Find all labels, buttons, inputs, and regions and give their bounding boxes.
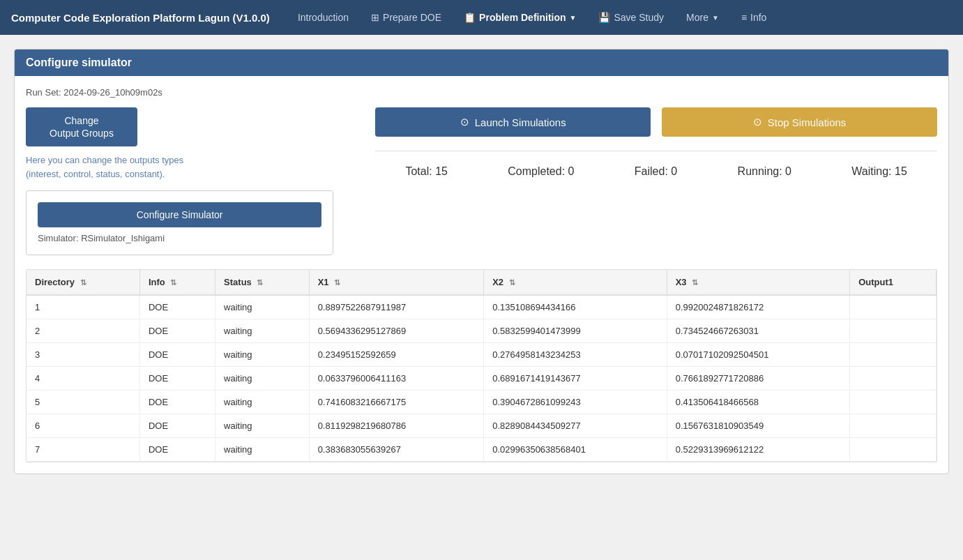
cell-info: DOE [139,391,215,414]
nav-introduction[interactable]: Introduction [289,8,357,27]
cell-x3: 0.413506418466568 [667,391,850,414]
col-x2-label: X2 [492,277,503,287]
cell-x1: 0.0633796006411163 [309,367,484,391]
cell-info: DOE [139,367,215,391]
total-stat: Total: 15 [405,165,448,178]
configure-btn-label: Configure Simulator [137,209,223,220]
more-label: More [686,12,708,23]
col-x1: X1 ⇅ [309,270,484,295]
cell-output1 [850,295,937,319]
failed-value: 0 [671,165,677,177]
save-study-icon: 💾 [598,12,610,23]
content-layout: Change Output Groups Here you can change… [26,107,937,255]
navbar: Computer Code Exploration Platform Lagun… [0,0,963,35]
cell-x2: 0.3904672861099243 [484,391,667,414]
sort-x2-icon[interactable]: ⇅ [509,278,515,287]
cell-directory[interactable]: 5 [26,391,139,414]
cell-status: waiting [215,367,310,391]
launch-label: Launch Simulations [475,116,566,128]
running-stat: Running: 0 [738,165,791,178]
cell-status: waiting [215,438,310,462]
col-info-label: Info [149,277,165,287]
table-header: Directory ⇅ Info ⇅ Status ⇅ [26,270,937,295]
cell-x3: 0.1567631810903549 [667,414,850,438]
table-wrapper[interactable]: Directory ⇅ Info ⇅ Status ⇅ [26,269,937,462]
completed-label: Completed: [508,165,565,177]
problem-def-icon: 📋 [464,12,476,23]
prepare-doe-label: Prepare DOE [383,12,441,23]
cell-x2: 0.02996350638568401 [484,438,667,462]
cell-x1: 0.8119298219680786 [309,414,484,438]
right-section: ⊙ Launch Simulations ⊙ Stop Simulations … [375,107,937,183]
change-output-groups-button[interactable]: Change Output Groups [26,107,137,146]
table-row: 1DOEwaiting0.88975226879119870.135108694… [26,295,937,319]
total-label: Total: [405,165,432,177]
failed-label: Failed: [635,165,668,177]
waiting-stat: Waiting: 15 [851,165,907,178]
cell-output1 [850,343,937,367]
col-directory-label: Directory [35,277,75,287]
running-label: Running: [738,165,782,177]
cell-x3: 0.9920024871826172 [667,295,850,319]
cell-info: DOE [139,414,215,438]
nav-save-study[interactable]: 💾 Save Study [590,8,672,27]
cell-directory[interactable]: 4 [26,367,139,391]
table-section: Directory ⇅ Info ⇅ Status ⇅ [26,269,937,462]
nav-more[interactable]: More ▼ [678,8,727,27]
sort-x1-icon[interactable]: ⇅ [334,278,340,287]
running-value: 0 [785,165,791,177]
cell-directory[interactable]: 6 [26,414,139,438]
cell-output1 [850,319,937,343]
cell-directory[interactable]: 3 [26,343,139,367]
cell-output1 [850,438,937,462]
col-x3: X3 ⇅ [667,270,850,295]
configure-simulator-button[interactable]: Configure Simulator [38,202,321,227]
change-output-line1: Change [64,115,98,126]
col-x3-label: X3 [676,277,687,287]
table-body: 1DOEwaiting0.88975226879119870.135108694… [26,295,937,462]
col-directory: Directory ⇅ [26,270,139,295]
cell-x3: 0.07017102092504501 [667,343,850,367]
simulations-table: Directory ⇅ Info ⇅ Status ⇅ [26,270,937,462]
panel-title: Configure simulator [26,56,132,68]
left-section: Change Output Groups Here you can change… [26,107,333,255]
info-label: Info [750,12,766,23]
sort-status-icon[interactable]: ⇅ [257,278,263,287]
output-hint: Here you can change the outputs types(in… [26,153,333,181]
cell-output1 [850,367,937,391]
cell-x1: 0.23495152592659 [309,343,484,367]
sort-x3-icon[interactable]: ⇅ [692,278,698,287]
stop-label: Stop Simulations [768,116,847,128]
cell-status: waiting [215,319,310,343]
completed-value: 0 [568,165,575,177]
nav-info[interactable]: ≡ Info [733,8,775,27]
col-output1-label: Output1 [858,277,893,287]
sort-directory-icon[interactable]: ⇅ [80,278,86,287]
cell-output1 [850,414,937,438]
cell-directory[interactable]: 2 [26,319,139,343]
panel-body: Run Set: 2024-09-26_10h09m02s Change Out… [15,76,948,474]
col-info: Info ⇅ [139,270,215,295]
cell-x3: 0.5229313969612122 [667,438,850,462]
failed-stat: Failed: 0 [635,165,677,178]
total-value: 15 [435,165,448,177]
info-icon: ≡ [741,12,747,23]
table-row: 3DOEwaiting0.234951525926590.27649581432… [26,343,937,367]
cell-info: DOE [139,343,215,367]
table-row: 2DOEwaiting0.56943362951278690.583259940… [26,319,937,343]
cell-x2: 0.2764958143234253 [484,343,667,367]
stop-simulations-button[interactable]: ⊙ Stop Simulations [662,107,937,137]
nav-problem-definition[interactable]: 📋 Problem Definition ▼ [455,8,584,27]
launch-simulations-button[interactable]: ⊙ Launch Simulations [375,107,651,137]
cell-directory[interactable]: 7 [26,438,139,462]
cell-status: waiting [215,391,310,414]
cell-directory[interactable]: 1 [26,295,139,319]
table-row: 6DOEwaiting0.81192982196807860.828908443… [26,414,937,438]
waiting-value: 15 [895,165,907,177]
nav-prepare-doe[interactable]: ⊞ Prepare DOE [363,8,450,27]
cell-x3: 0.734524667263031 [667,319,850,343]
sort-info-icon[interactable]: ⇅ [170,278,176,287]
completed-stat: Completed: 0 [508,165,574,178]
cell-x1: 0.383683055639267 [309,438,484,462]
main-content: Configure simulator Run Set: 2024-09-26_… [0,35,963,488]
